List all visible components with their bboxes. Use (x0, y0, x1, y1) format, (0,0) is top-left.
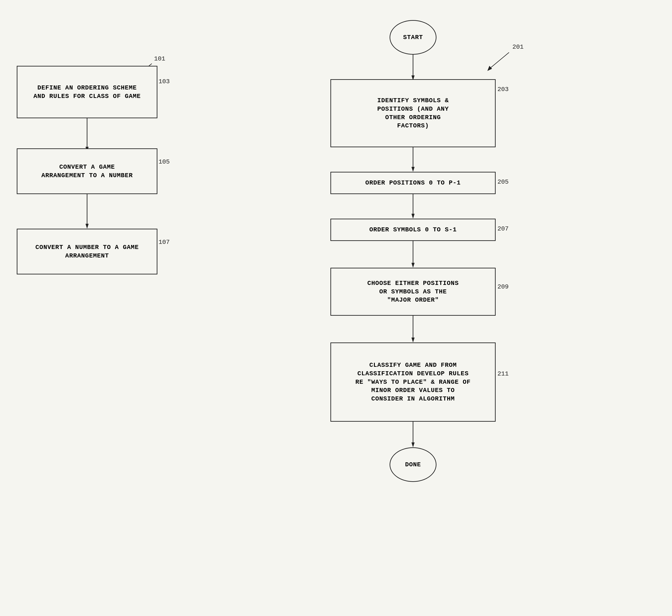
box-105-label: CONVERT A GAME ARRANGEMENT TO A NUMBER (41, 163, 133, 180)
done-label: DONE (405, 461, 421, 468)
ref-103: 103 (158, 78, 170, 85)
box-209-label: CHOOSE EITHER POSITIONS OR SYMBOLS AS TH… (367, 279, 459, 304)
ref-209: 209 (498, 283, 509, 290)
svg-marker-7 (412, 167, 415, 172)
ref-201: 201 (512, 44, 524, 50)
svg-line-18 (489, 52, 509, 69)
box-211: CLASSIFY GAME AND FROM CLASSIFICATION DE… (330, 342, 496, 422)
box-207-label: ORDER SYMBOLS 0 TO S-1 (369, 226, 457, 234)
svg-marker-11 (412, 263, 415, 268)
ref-205: 205 (498, 178, 509, 185)
ref-207: 207 (498, 225, 509, 232)
svg-marker-19 (487, 66, 492, 71)
box-203: IDENTIFY SYMBOLS & POSITIONS (AND ANY OT… (330, 79, 496, 147)
box-205-label: ORDER POSITIONS 0 TO P-1 (365, 179, 461, 187)
svg-marker-13 (412, 338, 415, 342)
ref-101: 101 (154, 55, 165, 62)
svg-marker-9 (412, 214, 415, 219)
ref-107: 107 (158, 239, 170, 246)
ref-211: 211 (498, 370, 509, 377)
done-circle: DONE (390, 447, 437, 482)
box-103-label: DEFINE AN ORDERING SCHEME AND RULES FOR … (33, 84, 141, 101)
svg-marker-3 (85, 224, 89, 229)
box-211-label: CLASSIFY GAME AND FROM CLASSIFICATION DE… (356, 361, 471, 403)
box-107-label: CONVERT A NUMBER TO A GAME ARRANGEMENT (35, 243, 139, 260)
box-205: ORDER POSITIONS 0 TO P-1 (330, 172, 496, 194)
start-circle: START (390, 20, 437, 55)
box-209: CHOOSE EITHER POSITIONS OR SYMBOLS AS TH… (330, 268, 496, 316)
ref-203: 203 (498, 86, 509, 93)
box-103: DEFINE AN ORDERING SCHEME AND RULES FOR … (17, 66, 157, 118)
start-label: START (403, 34, 423, 41)
box-105: CONVERT A GAME ARRANGEMENT TO A NUMBER (17, 148, 157, 194)
diagram-container: 101 DEFINE AN ORDERING SCHEME AND RULES … (0, 0, 672, 616)
box-107: CONVERT A NUMBER TO A GAME ARRANGEMENT (17, 229, 157, 274)
ref-105: 105 (158, 158, 170, 165)
box-207: ORDER SYMBOLS 0 TO S-1 (330, 219, 496, 241)
box-203-label: IDENTIFY SYMBOLS & POSITIONS (AND ANY OT… (377, 96, 449, 130)
svg-marker-15 (412, 442, 415, 447)
